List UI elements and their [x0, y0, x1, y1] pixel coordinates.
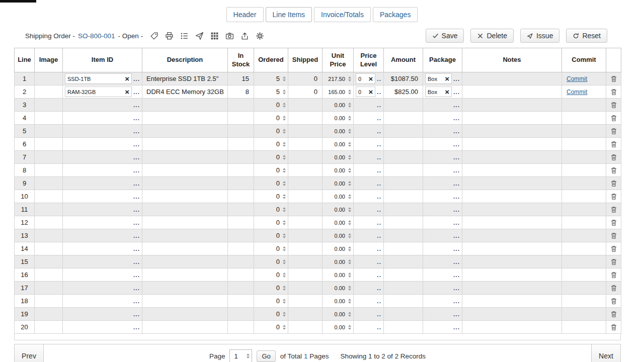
unit-price-cell[interactable]: 0.00 [323, 177, 354, 190]
unit-price-cell[interactable]: 0.00 [323, 282, 354, 295]
item-lookup-button[interactable]: ... [133, 206, 140, 213]
price-level-lookup-button[interactable]: .. [377, 298, 381, 305]
unit-price-spinner-icon[interactable] [348, 220, 351, 225]
unit-price-cell[interactable]: 0.00 [323, 190, 354, 203]
ordered-spinner-icon[interactable] [283, 207, 286, 212]
item-lookup-button[interactable]: ... [133, 219, 140, 226]
unit-price-spinner-icon[interactable] [348, 299, 351, 304]
item-id-input[interactable]: SSD-1TB × [65, 73, 132, 84]
package-lookup-button[interactable]: ... [453, 258, 460, 265]
delete-button[interactable]: Delete [470, 29, 513, 43]
notes-cell[interactable] [462, 282, 562, 295]
unit-price-spinner-icon[interactable] [348, 207, 351, 212]
unit-price-cell[interactable]: 0.00 [323, 112, 354, 125]
item-lookup-button[interactable]: ... [133, 88, 140, 96]
unit-price-spinner-icon[interactable] [348, 129, 351, 134]
trash-icon[interactable] [610, 179, 618, 188]
package-lookup-button[interactable]: ... [453, 285, 460, 292]
ordered-cell[interactable]: 0 [254, 203, 288, 216]
settings-icon[interactable] [256, 32, 264, 40]
item-lookup-button[interactable]: ... [133, 167, 140, 174]
trash-icon[interactable] [610, 323, 618, 331]
notes-cell[interactable] [462, 190, 562, 203]
unit-price-cell[interactable]: 165.00 [323, 85, 354, 99]
package-lookup-button[interactable]: ... [453, 324, 460, 331]
trash-icon[interactable] [610, 153, 618, 161]
trash-icon[interactable] [610, 297, 618, 305]
unit-price-cell[interactable]: 0.00 [323, 125, 354, 138]
unit-price-cell[interactable]: 0.00 [323, 151, 354, 164]
trash-icon[interactable] [610, 193, 618, 201]
notes-cell[interactable] [462, 255, 562, 268]
ordered-spinner-icon[interactable] [283, 312, 286, 317]
ordered-spinner-icon[interactable] [283, 246, 286, 251]
notes-cell[interactable] [462, 125, 562, 138]
ordered-cell[interactable]: 5 [254, 72, 288, 85]
unit-price-spinner-icon[interactable] [348, 286, 351, 291]
tab-line-items[interactable]: Line Items [266, 7, 312, 22]
export-icon[interactable] [240, 32, 249, 40]
send-icon[interactable] [195, 32, 204, 40]
grid-icon[interactable] [210, 32, 219, 40]
unit-price-cell[interactable]: 0.00 [323, 164, 354, 177]
unit-price-spinner-icon[interactable] [348, 116, 351, 121]
package-lookup-button[interactable]: ... [453, 75, 460, 82]
item-lookup-button[interactable]: ... [133, 75, 140, 82]
notes-cell[interactable] [462, 268, 562, 282]
package-lookup-button[interactable]: ... [453, 154, 460, 161]
price-level-lookup-button[interactable]: .. [377, 167, 381, 174]
price-level-lookup-button[interactable]: .. [377, 206, 381, 213]
price-level-lookup-button[interactable]: .. [377, 102, 381, 109]
item-id-input[interactable]: RAM-32GB × [65, 86, 132, 97]
trash-icon[interactable] [610, 101, 618, 109]
notes-cell[interactable] [462, 138, 562, 151]
package-lookup-button[interactable]: ... [453, 298, 460, 305]
trash-icon[interactable] [610, 114, 618, 122]
trash-icon[interactable] [610, 206, 618, 214]
unit-price-spinner-icon[interactable] [348, 273, 351, 278]
unit-price-cell[interactable]: 0.00 [323, 268, 354, 282]
unit-price-cell[interactable]: 0.00 [323, 308, 354, 321]
package-lookup-button[interactable]: ... [453, 206, 460, 213]
trash-icon[interactable] [610, 245, 618, 253]
tag-icon[interactable] [150, 32, 158, 40]
item-lookup-button[interactable]: ... [133, 272, 140, 279]
package-lookup-button[interactable]: ... [453, 167, 460, 174]
notes-cell[interactable] [462, 177, 562, 190]
ordered-spinner-icon[interactable] [283, 181, 286, 186]
unit-price-cell[interactable]: 0.00 [323, 321, 354, 334]
item-lookup-button[interactable]: ... [133, 102, 140, 109]
unit-price-cell[interactable]: 0.00 [323, 242, 354, 255]
unit-price-spinner-icon[interactable] [348, 142, 351, 147]
tab-header[interactable]: Header [226, 7, 264, 22]
trash-icon[interactable] [610, 271, 618, 279]
price-level-lookup-button[interactable]: .. [377, 88, 381, 96]
package-input[interactable]: Box × [425, 86, 452, 97]
notes-cell[interactable] [462, 308, 562, 321]
unit-price-cell[interactable]: 0.00 [323, 203, 354, 216]
ordered-spinner-icon[interactable] [283, 194, 286, 199]
print-icon[interactable] [165, 32, 174, 40]
item-lookup-button[interactable]: ... [133, 324, 140, 331]
unit-price-spinner-icon[interactable] [348, 233, 351, 238]
unit-price-spinner-icon[interactable] [348, 168, 351, 173]
ordered-spinner-icon[interactable] [283, 299, 286, 304]
price-level-input[interactable]: 0 × [356, 73, 375, 84]
commit-link[interactable]: Commit [567, 88, 587, 96]
notes-cell[interactable] [462, 99, 562, 112]
item-lookup-button[interactable]: ... [133, 141, 140, 148]
ordered-spinner-icon[interactable] [283, 155, 286, 160]
item-lookup-button[interactable]: ... [133, 115, 140, 122]
ordered-cell[interactable]: 0 [254, 321, 288, 334]
package-input[interactable]: Box × [425, 73, 452, 84]
trash-icon[interactable] [610, 219, 618, 227]
ordered-cell[interactable]: 0 [254, 216, 288, 229]
unit-price-spinner-icon[interactable] [348, 76, 351, 81]
trash-icon[interactable] [610, 88, 618, 96]
next-page-button[interactable]: Next [591, 344, 620, 362]
notes-cell[interactable] [462, 164, 562, 177]
price-level-lookup-button[interactable]: .. [377, 311, 381, 318]
unit-price-spinner-icon[interactable] [348, 325, 351, 330]
price-level-input[interactable]: 0 × [356, 86, 375, 97]
item-lookup-button[interactable]: ... [133, 154, 140, 161]
